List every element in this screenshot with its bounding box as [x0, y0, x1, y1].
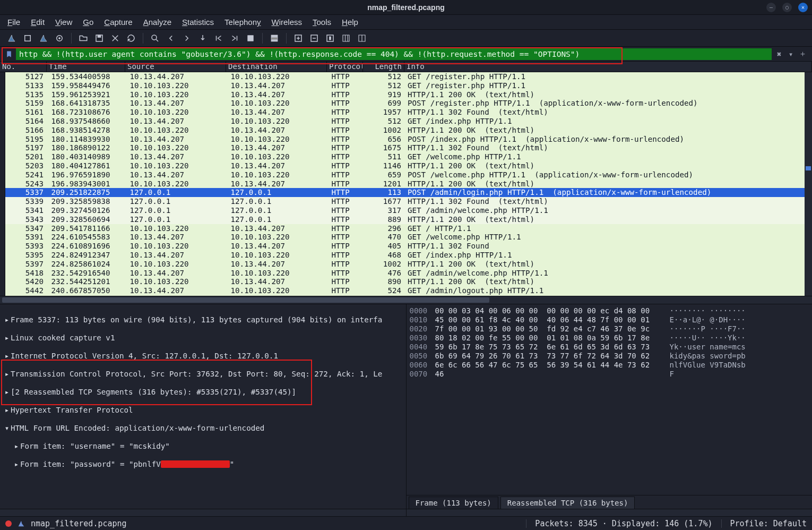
packet-list-header[interactable]: No. Time Source Destination Protocol Len…	[0, 62, 812, 72]
packet-row[interactable]: 5391 224.610545583 10.13.44.207 10.10.10…	[0, 233, 812, 242]
capture-options-icon[interactable]	[53, 32, 66, 45]
packet-row[interactable]: 5397 224.825861024 10.10.103.220 10.13.4…	[0, 260, 812, 269]
hex-line[interactable]: 000000 00 03 04 00 06 00 00 00 00 00 00 …	[410, 306, 809, 315]
bytes-hscrollbar[interactable]	[407, 509, 813, 516]
detail-form-header[interactable]: HTML Form URL Encoded: application/x-www…	[11, 424, 264, 433]
menu-go[interactable]: Go	[83, 18, 93, 27]
go-last-icon[interactable]	[228, 32, 241, 45]
packet-row[interactable]: 5133 159.958449476 10.10.103.220 10.13.4…	[0, 81, 812, 90]
menu-file[interactable]: File	[7, 18, 20, 27]
packet-row[interactable]: 5166 168.938514278 10.10.103.220 10.13.4…	[0, 126, 812, 135]
packet-list-body[interactable]: 5127 159.534400598 10.13.44.207 10.10.10…	[0, 72, 812, 296]
column-header-time[interactable]: Time	[47, 62, 125, 72]
column-header-protocol[interactable]: Protocol	[327, 62, 363, 72]
column-header-source[interactable]: Source	[125, 62, 226, 72]
hex-line[interactable]: 00606e 6c 66 56 47 6c 75 65 56 39 54 61 …	[410, 361, 809, 370]
resize-columns-icon[interactable]	[340, 32, 352, 45]
detail-form-username[interactable]: Form item: "username" = "mcskidy"	[20, 442, 170, 451]
packet-details-body[interactable]: ▸Frame 5337: 113 bytes on wire (904 bits…	[0, 304, 406, 495]
maximize-button[interactable]: ◯	[782, 3, 792, 12]
hex-line[interactable]: 004059 6b 17 8e 75 73 65 72 6e 61 6d 65 …	[410, 343, 809, 352]
packet-row[interactable]: 5164 168.937548660 10.13.44.207 10.10.10…	[0, 117, 812, 126]
packet-bytes-body[interactable]: 000000 00 03 04 00 06 00 00 00 00 00 00 …	[407, 304, 813, 381]
menu-tools[interactable]: Tools	[313, 18, 331, 27]
filter-bookmark-icon[interactable]	[4, 49, 14, 59]
detail-form-password[interactable]: Form item: "password" = "pbnlfV"	[20, 460, 234, 469]
hex-line[interactable]: 003080 18 02 00 fe 55 00 00 01 01 08 0a …	[410, 334, 809, 343]
packet-row[interactable]: 5195 180.114839930 10.13.44.207 10.10.10…	[0, 135, 812, 144]
packet-row[interactable]: 5241 196.976591890 10.13.44.207 10.10.10…	[0, 170, 812, 179]
menu-capture[interactable]: Capture	[104, 18, 132, 27]
menu-telephony[interactable]: Telephony	[224, 18, 261, 27]
zoom-out-icon[interactable]	[308, 32, 321, 45]
go-back-icon[interactable]	[165, 32, 177, 45]
zoom-reset-icon[interactable]	[324, 32, 336, 45]
packet-row[interactable]: 5393 224.610891696 10.10.103.220 10.13.4…	[0, 242, 812, 251]
hex-line[interactable]: 007046 F	[410, 370, 809, 379]
detail-reasm[interactable]: [2 Reassembled TCP Segments (316 bytes):…	[11, 388, 296, 397]
menu-edit[interactable]: Edit	[31, 18, 45, 27]
hex-line[interactable]: 00207f 00 00 01 93 00 00 50 fd 92 e4 c7 …	[410, 324, 809, 334]
packet-bytes-pane[interactable]: 000000 00 03 04 00 06 00 00 00 00 00 00 …	[407, 304, 813, 516]
packet-row[interactable]: 5339 209.325859838 127.0.0.1 127.0.0.1 H…	[0, 197, 812, 206]
resize-columns-2-icon[interactable]	[356, 32, 368, 45]
start-capture-icon[interactable]	[5, 32, 18, 45]
column-header-info[interactable]: Info	[404, 62, 812, 72]
menu-help[interactable]: Help	[342, 18, 358, 27]
reload-icon[interactable]	[125, 32, 137, 45]
packet-row[interactable]: 5201 180.403140989 10.13.44.207 10.10.10…	[0, 152, 812, 161]
detail-http[interactable]: Hypertext Transfer Protocol	[11, 406, 133, 415]
minimize-button[interactable]: –	[766, 3, 776, 12]
menu-view[interactable]: View	[55, 18, 72, 27]
packet-row[interactable]: 5347 209.541781166 10.10.103.220 10.13.4…	[0, 224, 812, 233]
packet-row[interactable]: 5420 232.544251201 10.10.103.220 10.13.4…	[0, 277, 812, 286]
column-header-length[interactable]: Length	[363, 62, 404, 72]
details-hscrollbar[interactable]	[0, 509, 406, 516]
save-file-icon[interactable]	[93, 32, 106, 45]
packet-row[interactable]: 5343 209.328560694 127.0.0.1 127.0.0.1 H…	[0, 215, 812, 224]
detail-ip[interactable]: Internet Protocol Version 4, Src: 127.0.…	[11, 352, 278, 361]
packet-list-hscrollbar[interactable]	[0, 296, 812, 304]
packet-row[interactable]: 5341 209.327450126 127.0.0.1 127.0.0.1 H…	[0, 206, 812, 215]
colorize-icon[interactable]	[268, 32, 281, 45]
packet-row[interactable]: 5337 209.251822875 127.0.0.1 127.0.0.1 H…	[0, 188, 812, 197]
go-forward-icon[interactable]	[180, 32, 193, 45]
find-icon[interactable]	[149, 32, 161, 45]
packet-row[interactable]: 5395 224.824912347 10.13.44.207 10.10.10…	[0, 251, 812, 260]
stop-capture-icon[interactable]	[21, 32, 34, 45]
detail-tcp[interactable]: Transmission Control Protocol, Src Port:…	[11, 370, 382, 379]
packet-row[interactable]: 5444 240.670898810 10.10.103.220 10.13.4…	[0, 295, 812, 296]
filter-add-icon[interactable]: ＋	[797, 49, 808, 59]
go-to-packet-icon[interactable]	[196, 32, 209, 45]
filter-clear-icon[interactable]: ✖	[774, 49, 784, 59]
packet-row[interactable]: 5418 232.542916540 10.13.44.207 10.10.10…	[0, 269, 812, 278]
packet-row[interactable]: 5442 240.667857050 10.13.44.207 10.10.10…	[0, 286, 812, 295]
packet-row[interactable]: 5159 168.641318735 10.13.44.207 10.10.10…	[0, 99, 812, 108]
close-file-icon[interactable]	[109, 32, 122, 45]
hex-line[interactable]: 001045 00 00 61 f8 4c 40 00 40 06 44 48 …	[410, 315, 809, 324]
open-file-icon[interactable]	[77, 32, 90, 45]
packet-details-pane[interactable]: ▸Frame 5337: 113 bytes on wire (904 bits…	[0, 304, 407, 516]
menu-statistics[interactable]: Statistics	[182, 18, 214, 27]
packet-row[interactable]: 5203 180.404127861 10.10.103.220 10.13.4…	[0, 161, 812, 170]
restart-capture-icon[interactable]	[37, 32, 50, 45]
menu-analyze[interactable]: Analyze	[143, 18, 171, 27]
hex-line[interactable]: 00506b 69 64 79 26 70 61 73 73 77 6f 72 …	[410, 352, 809, 361]
packet-row[interactable]: 5135 159.961253921 10.10.103.220 10.13.4…	[0, 90, 812, 99]
close-button[interactable]: ✕	[798, 3, 808, 12]
status-profile[interactable]: Profile: Default	[730, 519, 807, 528]
packet-row[interactable]: 5127 159.534400598 10.13.44.207 10.10.10…	[0, 72, 812, 81]
bytes-tab-frame[interactable]: Frame (113 bytes)	[409, 497, 498, 509]
detail-sll[interactable]: Linux cooked capture v1	[11, 334, 115, 343]
go-first-icon[interactable]	[212, 32, 225, 45]
expert-info-icon[interactable]	[5, 520, 12, 527]
display-filter-input[interactable]	[16, 48, 772, 60]
zoom-in-icon[interactable]	[292, 32, 305, 45]
bytes-tab-reassembled[interactable]: Reassembled TCP (316 bytes)	[500, 497, 635, 509]
packet-list-vscrollbar[interactable]	[805, 72, 812, 296]
column-header-no[interactable]: No.	[0, 62, 47, 72]
packet-row[interactable]: 5243 196.983943001 10.10.103.220 10.13.4…	[0, 179, 812, 189]
menu-wireless[interactable]: Wireless	[272, 18, 303, 27]
filter-apply-icon[interactable]: ▾	[785, 49, 796, 59]
packet-row[interactable]: 5161 168.723108676 10.10.103.220 10.13.4…	[0, 108, 812, 117]
